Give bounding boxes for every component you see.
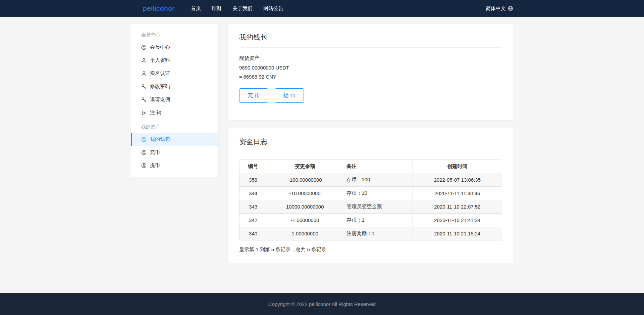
asset-amount: 9890.00000000 USDT bbox=[239, 65, 502, 71]
fund-log-title: 资金日志 bbox=[239, 137, 502, 152]
page-footer: Copyright © 2022 pelliconor All Rights R… bbox=[0, 293, 644, 315]
table-cell: 2020-11-11 11:30:46 bbox=[413, 187, 502, 200]
nav-link[interactable]: 理财 bbox=[212, 5, 222, 12]
brand-logo[interactable]: pelliconor bbox=[143, 4, 175, 12]
sidebar-item-label: 个人资料 bbox=[150, 57, 170, 63]
sidebar-group-header: 会员中心 bbox=[131, 27, 218, 41]
table-cell: 343 bbox=[239, 200, 267, 214]
sidebar: 会员中心会员中心个人资料实名认证修改密码邀请返佣注 销我的资产我的钱包充币提币 bbox=[131, 24, 219, 177]
sidebar-item[interactable]: 实名认证 bbox=[131, 67, 218, 80]
logout-icon bbox=[141, 110, 147, 116]
nav-link[interactable]: 首页 bbox=[191, 5, 201, 12]
wallet-card: 我的钱包 现货资产 9890.00000000 USDT ≈ 66988.92 … bbox=[228, 24, 513, 121]
wallet-title: 我的钱包 bbox=[239, 33, 502, 48]
table-cell: 管理员变更金额 bbox=[343, 200, 413, 214]
table-cell: 存币：1 bbox=[343, 214, 413, 227]
language-label: 简体中文 bbox=[486, 5, 506, 12]
user-circle-icon bbox=[141, 150, 147, 155]
sidebar-item-label: 修改密码 bbox=[150, 83, 170, 90]
navbar-container: pelliconor 首页理财关于我们网站公告 简体中文 bbox=[131, 0, 513, 17]
withdraw-button[interactable]: 提 币 bbox=[275, 88, 304, 103]
user-icon bbox=[141, 58, 147, 63]
sidebar-item-label: 提币 bbox=[150, 162, 160, 169]
sidebar-item-label: 注 销 bbox=[150, 109, 161, 116]
sidebar-item[interactable]: 修改密码 bbox=[131, 80, 218, 93]
table-cell: 340 bbox=[239, 227, 267, 240]
table-cell: -10.00000000 bbox=[267, 187, 343, 200]
table-row: 34310000.00000000管理员变更金额2020-11-10 22:07… bbox=[239, 200, 502, 214]
sidebar-item-label: 我的钱包 bbox=[150, 136, 170, 142]
globe-icon bbox=[508, 6, 513, 11]
content-container: 会员中心会员中心个人资料实名认证修改密码邀请返佣注 销我的资产我的钱包充币提币 … bbox=[131, 24, 513, 263]
sidebar-item[interactable]: 个人资料 bbox=[131, 54, 218, 67]
sidebar-item[interactable]: 注 销 bbox=[131, 106, 218, 119]
deposit-button[interactable]: 充 币 bbox=[239, 88, 268, 103]
nav-link[interactable]: 关于我们 bbox=[232, 5, 253, 12]
main-nav: 首页理财关于我们网站公告 bbox=[191, 0, 283, 17]
sidebar-item-label: 充币 bbox=[150, 149, 160, 155]
asset-label: 现货资产 bbox=[239, 55, 502, 61]
table-cell: 存币：10 bbox=[343, 187, 413, 200]
main-area: 会员中心会员中心个人资料实名认证修改密码邀请返佣注 销我的资产我的钱包充币提币 … bbox=[0, 17, 644, 293]
table-cell: 358 bbox=[239, 173, 267, 187]
fund-log-table: 编号变更余额备注创建时间 358-100.00000000存币：1002022-… bbox=[239, 160, 502, 240]
user-circle-icon bbox=[141, 137, 147, 142]
table-header-cell: 创建时间 bbox=[413, 160, 502, 173]
table-cell: -1.00000000 bbox=[267, 214, 343, 227]
user-icon bbox=[141, 71, 147, 76]
content-column: 我的钱包 现货资产 9890.00000000 USDT ≈ 66988.92 … bbox=[228, 24, 513, 263]
sidebar-item-label: 会员中心 bbox=[150, 44, 170, 50]
copyright-text: Copyright © 2022 pelliconor All Rights R… bbox=[268, 301, 376, 307]
table-row: 3401.00000000注册奖励：12020-11-10 21:15:24 bbox=[239, 227, 502, 240]
asset-approx-cny: ≈ 66988.92 CNY bbox=[239, 74, 502, 80]
table-cell: 342 bbox=[239, 214, 267, 227]
table-row: 342-1.00000000存币：12020-11-10 21:41:34 bbox=[239, 214, 502, 227]
table-cell: 2020-11-10 21:41:34 bbox=[413, 214, 502, 227]
table-cell: 344 bbox=[239, 187, 267, 200]
table-header-row: 编号变更余额备注创建时间 bbox=[239, 160, 502, 173]
sidebar-item[interactable]: 提币 bbox=[131, 159, 218, 172]
fund-log-card: 资金日志 编号变更余额备注创建时间 358-100.00000000存币：100… bbox=[228, 128, 513, 263]
top-navbar: pelliconor 首页理财关于我们网站公告 简体中文 bbox=[0, 0, 644, 17]
table-header-cell: 编号 bbox=[239, 160, 267, 173]
sidebar-item[interactable]: 会员中心 bbox=[131, 41, 218, 54]
key-icon bbox=[141, 84, 147, 89]
wallet-actions: 充 币 提 币 bbox=[239, 88, 502, 103]
table-cell: 注册奖励：1 bbox=[343, 227, 413, 240]
sidebar-group-header: 我的资产 bbox=[131, 119, 218, 133]
sidebar-item[interactable]: 我的钱包 bbox=[131, 133, 218, 146]
sidebar-item[interactable]: 充币 bbox=[131, 146, 218, 159]
record-count-summary: 显示第 1 到第 5 条记录，总共 5 条记录 bbox=[239, 246, 502, 253]
table-cell: 1.00000000 bbox=[267, 227, 343, 240]
table-header-cell: 变更余额 bbox=[267, 160, 343, 173]
table-cell: -100.00000000 bbox=[267, 173, 343, 187]
user-circle-icon bbox=[141, 163, 147, 168]
key-icon bbox=[141, 97, 147, 102]
table-row: 358-100.00000000存币：1002022-05-07 13:06:3… bbox=[239, 173, 502, 187]
table-cell: 2020-11-10 22:07:52 bbox=[413, 200, 502, 214]
sidebar-item-label: 邀请返佣 bbox=[150, 96, 170, 103]
sidebar-item-label: 实名认证 bbox=[150, 70, 170, 77]
table-cell: 10000.00000000 bbox=[267, 200, 343, 214]
table-cell: 存币：100 bbox=[343, 173, 413, 187]
language-selector[interactable]: 简体中文 bbox=[486, 5, 513, 12]
table-row: 344-10.00000000存币：102020-11-11 11:30:46 bbox=[239, 187, 502, 200]
user-circle-icon bbox=[141, 45, 147, 50]
table-header-cell: 备注 bbox=[343, 160, 413, 173]
table-cell: 2022-05-07 13:06:35 bbox=[413, 173, 502, 187]
table-cell: 2020-11-10 21:15:24 bbox=[413, 227, 502, 240]
nav-link[interactable]: 网站公告 bbox=[263, 5, 283, 12]
sidebar-item[interactable]: 邀请返佣 bbox=[131, 93, 218, 106]
